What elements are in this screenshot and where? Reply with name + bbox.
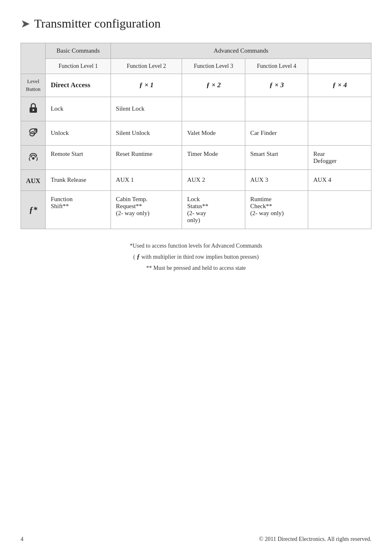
function-level-1-header: Function Level 1	[46, 59, 111, 74]
svg-rect-1	[32, 109, 34, 111]
lock-fl3	[245, 97, 308, 121]
aux-fl1: AUX 1	[111, 169, 182, 190]
remote-start-fl1: Reset Runtime	[111, 145, 182, 169]
fl4-direct: ƒ × 4	[308, 74, 371, 97]
basic-commands-header: Basic Commands	[46, 43, 111, 59]
func-f2: ƒ × 2	[206, 81, 221, 89]
aux-fl2: AUX 2	[182, 169, 245, 190]
aux-basic: Trunk Release	[46, 169, 111, 190]
footnote-line1: *Used to access function levels for Adva…	[21, 241, 371, 251]
function-icon: ƒ*	[29, 205, 37, 214]
function-shift-basic: FunctionShift**	[46, 190, 111, 229]
lock-fl2	[182, 97, 245, 121]
fl1-direct: ƒ × 1	[111, 74, 182, 97]
remote-start-fl2: Timer Mode	[182, 145, 245, 169]
sub-header-row: Function Level 1 Function Level 2 Functi…	[21, 59, 371, 74]
unlock-icon-cell	[21, 121, 46, 145]
function-shift-fl1: Cabin Temp.Request**(2- way only)	[111, 190, 182, 229]
function-level-4-header: Function Level 4	[245, 59, 308, 74]
lock-icon	[28, 105, 39, 116]
arrow-icon: ➤	[21, 17, 30, 30]
aux-row: AUX Trunk Release AUX 1 AUX 2 AUX 3 AUX …	[21, 169, 371, 190]
unlock-fl3: Car Finder	[245, 121, 308, 145]
footnote-f-icon: ƒ	[136, 253, 140, 260]
aux-icon-cell: AUX	[21, 169, 46, 190]
function-shift-fl3: RuntimeCheck**(2- way only)	[245, 190, 308, 229]
unlock-fl1: Silent Unlock	[111, 121, 182, 145]
aux-fl4: AUX 4	[308, 169, 371, 190]
footnote-line2: ( ƒ with multiplier in third row implies…	[21, 251, 371, 263]
page-number: 4	[21, 536, 23, 543]
remote-start-fl3: Smart Start	[245, 145, 308, 169]
unlock-row: Unlock Silent Unlock Valet Mode Car Find…	[21, 121, 371, 145]
lock-icon-cell	[21, 97, 46, 121]
unlock-basic: Unlock	[46, 121, 111, 145]
page-title: ➤ Transmitter configuration	[21, 16, 371, 30]
function-level-3-header: Function Level 3	[182, 59, 245, 74]
lock-basic: Lock	[46, 97, 111, 121]
remote-start-row: Remote Start Reset Runtime Timer Mode Sm…	[21, 145, 371, 169]
aux-fl3: AUX 3	[245, 169, 308, 190]
lock-fl4	[308, 97, 371, 121]
svg-point-4	[32, 157, 35, 160]
level-button-cell: LevelButton	[21, 74, 46, 97]
footer: 4 © 2011 Directed Electronics. All right…	[21, 536, 371, 543]
function-shift-row: ƒ* FunctionShift** Cabin Temp.Request**(…	[21, 190, 371, 229]
lock-fl1: Silent Lock	[111, 97, 182, 121]
lock-row: Lock Silent Lock	[21, 97, 371, 121]
advanced-commands-header: Advanced Commands	[111, 43, 371, 59]
copyright: © 2011 Directed Electronics. All rights …	[259, 536, 371, 543]
direct-access-cell: Direct Access	[46, 74, 111, 97]
remote-start-icon-cell	[21, 145, 46, 169]
fl2-direct: ƒ × 2	[182, 74, 245, 97]
function-shift-fl2: LockStatus**(2- wayonly)	[182, 190, 245, 229]
remote-start-icon	[28, 154, 39, 164]
footnotes: *Used to access function levels for Adva…	[21, 241, 371, 273]
func-f4: ƒ × 4	[332, 81, 347, 89]
fl3-direct: ƒ × 3	[245, 74, 308, 97]
unlock-fl4	[308, 121, 371, 145]
main-header-row: Basic Commands Advanced Commands	[21, 43, 371, 59]
aux-icon: AUX	[26, 177, 40, 184]
function-level-2-header: Function Level 2	[111, 59, 182, 74]
unlock-fl2: Valet Mode	[182, 121, 245, 145]
function-shift-icon-cell: ƒ*	[21, 190, 46, 229]
func-f1: ƒ × 1	[139, 81, 154, 89]
function-shift-fl4	[308, 190, 371, 229]
commands-table: Basic Commands Advanced Commands Functio…	[21, 43, 371, 229]
direct-access-row: LevelButton Direct Access ƒ × 1 ƒ × 2 ƒ …	[21, 74, 371, 97]
remote-start-fl4: RearDefogger	[308, 145, 371, 169]
remote-start-basic: Remote Start	[46, 145, 111, 169]
unlock-icon	[28, 130, 39, 140]
func-f3: ƒ × 3	[270, 81, 284, 89]
svg-point-3	[35, 129, 37, 131]
footnote-line3: ** Must be pressed and held to access st…	[21, 263, 371, 273]
